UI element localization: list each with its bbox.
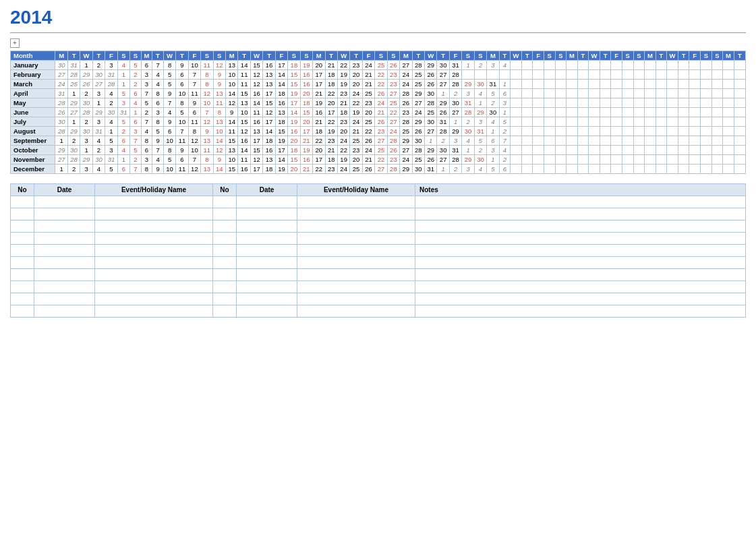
events-cell[interactable] <box>213 208 237 220</box>
calendar-cell: 15 <box>226 165 238 174</box>
day-header-58: T <box>734 51 745 61</box>
calendar-cell: 16 <box>275 98 287 108</box>
events-cell[interactable] <box>237 196 297 208</box>
events-cell[interactable] <box>297 208 415 220</box>
events-cell[interactable] <box>297 269 415 281</box>
events-cell[interactable] <box>95 257 213 269</box>
events-cell[interactable] <box>34 257 95 269</box>
calendar-cell: 30 <box>412 136 424 146</box>
events-cell[interactable] <box>213 233 237 245</box>
calendar-cell: 3 <box>474 117 486 127</box>
events-cell[interactable] <box>95 245 213 257</box>
add-icon[interactable]: + <box>10 38 20 48</box>
events-cell[interactable] <box>95 208 213 220</box>
calendar-cell: 13 <box>226 61 238 70</box>
events-cell[interactable] <box>237 220 297 233</box>
day-header-38: W <box>511 51 522 61</box>
calendar-cell <box>566 70 578 80</box>
calendar-cell <box>678 61 689 70</box>
events-cell[interactable] <box>237 293 297 305</box>
calendar-cell: 6 <box>117 136 129 146</box>
events-cell[interactable] <box>11 245 34 257</box>
events-cell[interactable] <box>237 269 297 281</box>
calendar-cell <box>723 127 734 136</box>
events-cell[interactable] <box>95 269 213 281</box>
events-cell[interactable] <box>34 233 95 245</box>
calendar-cell: 26 <box>387 61 399 70</box>
calendar-cell: 29 <box>425 146 437 155</box>
events-cell[interactable] <box>213 269 237 281</box>
events-cell[interactable] <box>213 281 237 293</box>
calendar-cell <box>533 165 544 174</box>
events-cell[interactable] <box>11 293 34 305</box>
calendar-cell: 31 <box>449 61 461 70</box>
events-cell[interactable] <box>297 305 415 318</box>
events-cell[interactable] <box>11 305 34 318</box>
events-cell[interactable] <box>34 196 95 208</box>
calendar-cell <box>667 127 678 136</box>
calendar-cell <box>511 127 522 136</box>
events-cell[interactable] <box>297 257 415 269</box>
calendar-cell <box>667 61 678 70</box>
day-header-50: M <box>645 51 656 61</box>
calendar-cell: 22 <box>350 98 362 108</box>
events-cell[interactable] <box>237 281 297 293</box>
events-cell[interactable] <box>213 257 237 269</box>
calendar-cell: 30 <box>487 108 499 117</box>
events-cell[interactable] <box>237 245 297 257</box>
events-cell[interactable] <box>95 220 213 233</box>
events-cell[interactable] <box>11 208 34 220</box>
calendar-cell: 5 <box>499 117 511 127</box>
events-cell[interactable] <box>213 305 237 318</box>
events-cell[interactable] <box>11 196 34 208</box>
events-cell[interactable] <box>297 233 415 245</box>
events-cell[interactable] <box>95 281 213 293</box>
events-cell[interactable] <box>11 257 34 269</box>
calendar-cell <box>600 165 611 174</box>
calendar-cell <box>589 61 600 70</box>
events-cell[interactable] <box>297 245 415 257</box>
day-header-19: F <box>275 51 287 61</box>
events-cell[interactable] <box>11 281 34 293</box>
events-cell[interactable] <box>213 196 237 208</box>
calendar-cell: 19 <box>288 89 300 98</box>
calendar-cell <box>633 108 645 117</box>
events-cell[interactable] <box>34 269 95 281</box>
calendar-cell: 13 <box>275 108 287 117</box>
events-cell[interactable] <box>11 269 34 281</box>
events-cell[interactable] <box>11 233 34 245</box>
calendar-cell: 22 <box>375 70 387 80</box>
events-cell[interactable] <box>34 281 95 293</box>
calendar-cell: 2 <box>462 117 474 127</box>
calendar-cell: 25 <box>362 89 374 98</box>
events-cell[interactable] <box>297 281 415 293</box>
calendar-cell: 8 <box>152 89 164 98</box>
events-cell[interactable] <box>237 208 297 220</box>
events-cell[interactable] <box>95 293 213 305</box>
events-cell[interactable] <box>11 220 34 233</box>
calendar-cell <box>678 136 689 146</box>
events-cell[interactable] <box>237 305 297 318</box>
events-cell[interactable] <box>213 245 237 257</box>
calendar-cell: 5 <box>474 136 486 146</box>
events-cell[interactable] <box>34 245 95 257</box>
calendar-cell: 15 <box>250 61 262 70</box>
calendar-cell <box>533 136 544 146</box>
events-cell[interactable] <box>237 257 297 269</box>
events-cell[interactable] <box>213 220 237 233</box>
events-cell[interactable] <box>297 220 415 233</box>
events-cell[interactable] <box>213 293 237 305</box>
calendar-cell: 12 <box>201 89 213 98</box>
events-cell[interactable] <box>297 293 415 305</box>
calendar-cell <box>544 136 555 146</box>
calendar-cell: 8 <box>141 165 152 174</box>
events-cell[interactable] <box>34 208 95 220</box>
events-cell[interactable] <box>237 233 297 245</box>
events-cell[interactable] <box>297 196 415 208</box>
events-cell[interactable] <box>95 305 213 318</box>
events-cell[interactable] <box>34 220 95 233</box>
events-cell[interactable] <box>34 305 95 318</box>
events-cell[interactable] <box>95 196 213 208</box>
events-cell[interactable] <box>95 233 213 245</box>
events-cell[interactable] <box>34 293 95 305</box>
